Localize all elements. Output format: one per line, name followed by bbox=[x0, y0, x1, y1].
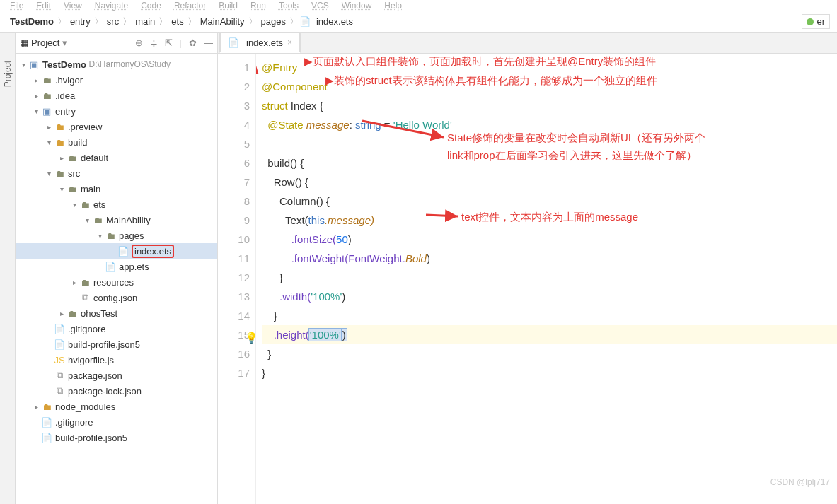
hide-icon[interactable]: — bbox=[204, 37, 213, 48]
folder-icon: 🖿 bbox=[41, 401, 52, 412]
menu-view[interactable]: View bbox=[64, 1, 82, 11]
tree-src[interactable]: ▾🖿src bbox=[16, 165, 217, 181]
expand-all-icon[interactable]: ≑ bbox=[150, 37, 158, 48]
folder-icon: 🖿 bbox=[54, 121, 65, 132]
tree-ohostest[interactable]: ▸🖿ohosTest bbox=[16, 305, 217, 321]
status-dot-icon bbox=[807, 18, 814, 25]
project-toolbar: ▦ Project ▾ ⊕ ≑ ⇱ | ✿ — bbox=[16, 33, 217, 54]
menu-refactor[interactable]: Refactor bbox=[174, 1, 206, 11]
crumb-ets[interactable]: ets bbox=[168, 16, 186, 27]
code-content[interactable]: @Entry @Component struct Index { @State … bbox=[256, 54, 837, 504]
crumb-src[interactable]: src bbox=[104, 16, 122, 27]
menu-code[interactable]: Code bbox=[141, 1, 161, 11]
menu-navigate[interactable]: Navigate bbox=[95, 1, 128, 11]
folder-icon: 🖿 bbox=[79, 199, 91, 210]
project-tool-tab[interactable]: Project bbox=[3, 61, 13, 87]
menu-edit[interactable]: Edit bbox=[36, 1, 51, 11]
tree-ets[interactable]: ▾🖿ets bbox=[16, 197, 217, 212]
tab-label: index.ets bbox=[246, 37, 283, 48]
tree-node-modules[interactable]: ▸🖿node_modules bbox=[16, 399, 217, 414]
collapse-all-icon[interactable]: ⇱ bbox=[165, 37, 173, 48]
chevron-down-icon: ▾ bbox=[62, 37, 67, 48]
folder-icon: 🖿 bbox=[67, 307, 78, 319]
folder-icon: 🖿 bbox=[54, 168, 65, 179]
crumb-mainability[interactable]: MainAbility bbox=[197, 16, 248, 27]
close-icon[interactable]: × bbox=[287, 37, 292, 47]
folder-icon: 🖿 bbox=[41, 74, 52, 86]
tree-resources[interactable]: ▸🖿resources bbox=[16, 274, 217, 290]
gear-icon[interactable]: ✿ bbox=[189, 37, 197, 48]
project-tree[interactable]: ▾▣TestDemo D:\HarmonyOS\Study ▸🖿.hvigor … bbox=[16, 54, 217, 504]
tool-window-bar[interactable]: Project bbox=[0, 33, 16, 504]
tree-main[interactable]: ▾🖿main bbox=[16, 181, 217, 197]
menu-build[interactable]: Build bbox=[219, 1, 238, 11]
menu-vcs[interactable]: VCS bbox=[311, 1, 329, 11]
project-pane: ▦ Project ▾ ⊕ ≑ ⇱ | ✿ — ▾▣TestDemo D:\Ha… bbox=[16, 33, 218, 504]
project-view-icon: ▦ bbox=[20, 37, 28, 48]
json-file-icon: ⧉ bbox=[54, 370, 65, 381]
file-icon: 📄 bbox=[41, 416, 52, 428]
json-file-icon: ⧉ bbox=[54, 385, 65, 397]
module-icon: ▣ bbox=[41, 105, 52, 117]
menu-file[interactable]: File bbox=[10, 1, 23, 11]
folder-icon: 🖿 bbox=[79, 276, 91, 288]
json-file-icon: ⧉ bbox=[79, 292, 91, 303]
tree-build-profile2[interactable]: 📄build-profile.json5 bbox=[16, 430, 217, 445]
project-icon: ▣ bbox=[28, 59, 40, 70]
intention-bulb-icon[interactable]: 💡 bbox=[245, 328, 258, 347]
tree-hvigorfile[interactable]: JShvigorfile.js bbox=[16, 352, 217, 368]
folder-icon: 🖿 bbox=[92, 214, 103, 225]
tree-gitignore[interactable]: 📄.gitignore bbox=[16, 321, 217, 336]
crumb-entry[interactable]: entry bbox=[67, 16, 93, 27]
tree-hvigor[interactable]: ▸🖿.hvigor bbox=[16, 72, 217, 88]
tree-root[interactable]: ▾▣TestDemo D:\HarmonyOS\Study bbox=[16, 57, 217, 72]
tree-preview[interactable]: ▸🖿.preview bbox=[16, 119, 217, 134]
tree-idea[interactable]: ▸🖿.idea bbox=[16, 88, 217, 103]
tab-index-ets[interactable]: 📄 index.ets × bbox=[219, 32, 301, 53]
menu-window[interactable]: Window bbox=[342, 1, 372, 11]
tree-index-ets[interactable]: 📄index.ets bbox=[16, 243, 217, 259]
menu-tools[interactable]: Tools bbox=[279, 1, 299, 11]
tree-build-profile[interactable]: 📄build-profile.json5 bbox=[16, 336, 217, 352]
crumb-file[interactable]: index.ets bbox=[313, 16, 356, 27]
tree-package[interactable]: ⧉package.json bbox=[16, 368, 217, 383]
folder-icon: 🖿 bbox=[41, 90, 52, 101]
annotation-state-2: link和prop在后面学习会引入进来，这里先做个了解） bbox=[447, 149, 697, 163]
crumb-main[interactable]: main bbox=[132, 16, 158, 27]
tree-pages[interactable]: ▾🖿pages bbox=[16, 228, 217, 243]
project-view-selector[interactable]: ▦ Project ▾ bbox=[20, 37, 67, 48]
file-icon: 📄 bbox=[54, 323, 65, 334]
line-gutter: 1234567891011121314151617 bbox=[218, 54, 256, 504]
tree-entry[interactable]: ▾▣entry bbox=[16, 103, 217, 119]
menubar[interactable]: File Edit View Navigate Code Refactor Bu… bbox=[0, 0, 837, 11]
tree-app-ets[interactable]: 📄app.ets bbox=[16, 259, 217, 274]
watermark: CSDN @lplj717 bbox=[770, 477, 830, 487]
folder-icon: 🖿 bbox=[67, 152, 78, 163]
crumb-pages[interactable]: pages bbox=[258, 16, 289, 27]
ets-file-icon: 📄 bbox=[117, 245, 129, 257]
ets-file-icon: 📄 bbox=[299, 16, 311, 28]
editor-area: 📄 index.ets × 1234567891011121314151617 … bbox=[218, 33, 837, 504]
js-file-icon: JS bbox=[54, 354, 65, 365]
annotation-state-1: State修饰的变量在改变时会自动刷新UI（还有另外两个 bbox=[447, 131, 705, 145]
locate-icon[interactable]: ⊕ bbox=[135, 37, 143, 48]
folder-icon: 🖿 bbox=[105, 230, 116, 241]
device-selector[interactable]: er bbox=[802, 14, 830, 29]
annotation-text: text控件，文本内容为上面的message bbox=[461, 211, 638, 224]
editor-tabs: 📄 index.ets × bbox=[218, 33, 837, 54]
folder-icon: 🖿 bbox=[67, 183, 78, 194]
tree-mainability[interactable]: ▾🖿MainAbility bbox=[16, 212, 217, 228]
menu-help[interactable]: Help bbox=[384, 1, 402, 11]
folder-icon: 🖿 bbox=[54, 136, 65, 148]
menu-run[interactable]: Run bbox=[250, 1, 266, 11]
crumb-project[interactable]: TestDemo bbox=[7, 16, 57, 27]
tree-config[interactable]: ⧉config.json bbox=[16, 290, 217, 305]
tree-gitignore2[interactable]: 📄.gitignore bbox=[16, 414, 217, 430]
tree-default[interactable]: ▸🖿default bbox=[16, 150, 217, 165]
json5-file-icon: 📄 bbox=[54, 339, 65, 350]
code-editor[interactable]: 1234567891011121314151617 @Entry @Compon… bbox=[218, 54, 837, 504]
tree-build[interactable]: ▾🖿build bbox=[16, 134, 217, 150]
tree-package-lock[interactable]: ⧉package-lock.json bbox=[16, 383, 217, 399]
ets-file-icon: 📄 bbox=[228, 37, 239, 48]
device-label: er bbox=[816, 16, 825, 27]
